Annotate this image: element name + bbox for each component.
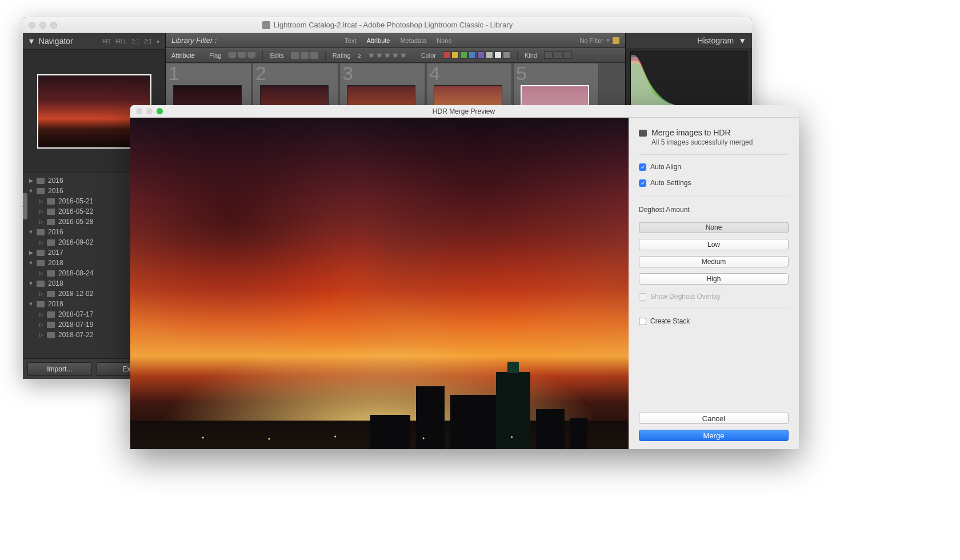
checkbox-checked-icon[interactable]: ✓	[639, 163, 646, 171]
nav-1to1[interactable]: 1:1	[131, 38, 139, 45]
star-icon[interactable]: ★	[384, 51, 391, 59]
disclosure-icon[interactable]: ▶	[29, 178, 33, 183]
auto-align-label: Auto Align	[650, 163, 681, 171]
close-icon[interactable]	[136, 108, 142, 114]
minimize-icon[interactable]	[146, 108, 153, 114]
disclosure-icon[interactable]: ▷	[39, 239, 43, 245]
rating-stars[interactable]: ★★★★★	[368, 51, 407, 59]
checkbox-checked-icon[interactable]: ✓	[639, 179, 646, 187]
histogram-header[interactable]: Histogram ▼	[626, 33, 752, 48]
zoom-icon[interactable]	[157, 108, 163, 114]
window-title-text: Lightroom Catalog-2.lrcat - Adobe Photos…	[274, 21, 513, 29]
nav-2to1[interactable]: 2:1	[144, 38, 152, 45]
zoom-icon[interactable]	[50, 22, 57, 29]
auto-settings-row[interactable]: ✓ Auto Settings	[639, 179, 789, 187]
edit-icon[interactable]	[301, 52, 309, 59]
attr-label: Attribute	[171, 52, 195, 59]
folder-label: 2016	[48, 187, 63, 195]
color-swatch[interactable]	[477, 51, 485, 59]
folder-icon	[37, 281, 45, 287]
folder-icon	[47, 322, 55, 328]
flag-icon[interactable]	[247, 52, 255, 59]
filter-preset[interactable]: No Filter	[579, 37, 603, 44]
merge-button[interactable]: Merge	[639, 430, 789, 441]
nav-fill[interactable]: FILL	[115, 38, 127, 45]
filter-tab-metadata[interactable]: Metadata	[400, 37, 426, 44]
minimize-icon[interactable]	[39, 22, 46, 29]
disclosure-icon[interactable]: ▼	[29, 260, 33, 266]
deghost-none[interactable]: None	[639, 222, 789, 233]
import-button[interactable]: Import...	[27, 362, 92, 376]
histogram-graph	[631, 52, 747, 107]
thumbnail-index: 1	[169, 63, 179, 85]
kind-filters[interactable]	[544, 51, 572, 59]
flag-icon[interactable]	[238, 52, 246, 59]
edit-icon[interactable]	[291, 52, 299, 59]
disclosure-icon[interactable]: ▷	[39, 219, 43, 225]
nav-ratio-stepper-icon[interactable]: ♦	[157, 38, 159, 45]
thumbnail-index: 5	[516, 63, 527, 85]
kind-icon[interactable]	[563, 51, 572, 59]
filter-tab-text[interactable]: Text	[345, 37, 356, 44]
edit-icon[interactable]	[310, 52, 318, 59]
deghost-segments: None Low Medium High	[639, 222, 789, 285]
color-swatch[interactable]	[494, 51, 502, 59]
hdr-preview-image[interactable]	[130, 118, 629, 449]
checkbox-icon[interactable]	[639, 318, 646, 325]
star-icon[interactable]: ★	[376, 51, 383, 59]
color-swatch[interactable]	[443, 51, 450, 59]
folder-icon	[47, 198, 55, 205]
color-swatch[interactable]	[469, 51, 476, 59]
disclosure-icon[interactable]: ▼	[29, 188, 33, 194]
deghost-high[interactable]: High	[639, 273, 789, 285]
color-swatches[interactable]	[443, 51, 510, 59]
deghost-low[interactable]: Low	[639, 239, 789, 250]
color-swatch[interactable]	[460, 51, 467, 59]
create-stack-row[interactable]: Create Stack	[639, 317, 789, 325]
star-icon[interactable]: ★	[392, 51, 399, 59]
left-panel-grip[interactable]	[23, 193, 27, 219]
star-icon[interactable]: ★	[400, 51, 407, 59]
disclosure-icon[interactable]: ▼	[29, 301, 33, 307]
filter-tab-attribute[interactable]: Attribute	[366, 37, 390, 44]
disclosure-icon[interactable]: ▷	[39, 322, 43, 327]
navigator-header[interactable]: ▼Navigator FIT FILL 1:1 2:1 ♦	[23, 33, 165, 50]
star-icon[interactable]: ★	[368, 51, 375, 59]
attribute-bar: Attribute Flag Edits Rating ≥ ★★★★★ Colo…	[166, 48, 625, 63]
chevron-down-icon[interactable]: ▾	[607, 38, 609, 43]
deghost-medium[interactable]: Medium	[639, 256, 789, 267]
hdr-merge-window: HDR Merge Preview Merge images to HDR	[130, 105, 799, 449]
disclosure-icon[interactable]: ▷	[39, 291, 43, 297]
rating-op-icon[interactable]: ≥	[358, 52, 361, 59]
edit-filters[interactable]	[291, 52, 318, 59]
histogram[interactable]	[630, 51, 747, 107]
lr-app-icon	[262, 21, 270, 29]
hdr-options-panel: Merge images to HDR All 5 images success…	[629, 118, 799, 449]
kind-icon[interactable]	[554, 51, 562, 59]
disclosure-icon[interactable]: ▷	[39, 270, 43, 276]
disclosure-icon[interactable]: ▼	[29, 281, 33, 286]
library-filter-bar: Library Filter : Text Attribute Metadata…	[166, 33, 625, 48]
kind-icon[interactable]	[544, 51, 553, 59]
folder-icon	[47, 239, 55, 246]
flag-icon[interactable]	[228, 52, 236, 59]
folder-label: 2017	[48, 249, 63, 257]
disclosure-icon[interactable]: ▼	[29, 229, 33, 235]
nav-fit[interactable]: FIT	[102, 38, 111, 45]
lock-icon[interactable]	[613, 37, 619, 44]
folder-label: 2018-07-22	[58, 331, 93, 339]
flag-filters[interactable]	[228, 52, 255, 59]
color-swatch[interactable]	[486, 51, 493, 59]
disclosure-icon[interactable]: ▷	[39, 209, 43, 214]
disclosure-icon[interactable]: ▷	[39, 311, 43, 317]
auto-align-row[interactable]: ✓ Auto Align	[639, 163, 789, 171]
disclosure-icon[interactable]: ▶	[29, 250, 33, 255]
disclosure-icon[interactable]: ▷	[39, 198, 43, 204]
filter-tab-none[interactable]: None	[437, 37, 451, 44]
close-icon[interactable]	[29, 22, 35, 29]
color-swatch[interactable]	[451, 51, 459, 59]
color-swatch[interactable]	[503, 51, 510, 59]
hdr-heading: Merge images to HDR All 5 images success…	[639, 128, 789, 146]
disclosure-icon[interactable]: ▷	[39, 332, 43, 338]
cancel-button[interactable]: Cancel	[639, 413, 789, 424]
